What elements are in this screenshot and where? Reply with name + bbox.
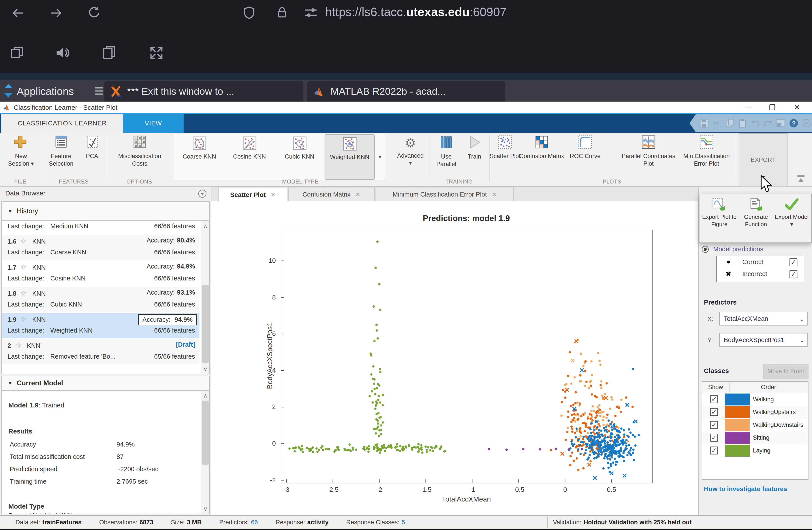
tab-view[interactable]: VIEW [123,114,184,133]
copy-pages-icon[interactable] [102,45,116,60]
window-tab-exit[interactable]: *** Exit this window to ... [104,81,303,101]
close-tab-icon[interactable]: ✕ [492,191,497,198]
history-item-1.6[interactable]: 1.6☆KNNAccuracy:90.4%Last change:Coarse … [2,235,200,260]
favorite-star-icon: ☆ [20,237,27,245]
x-tick-label: -1 [469,486,475,493]
tab-scatter-plot[interactable]: Scatter Plot✕ [218,187,287,202]
scrollbar-thumb[interactable] [202,285,209,363]
history-scrollbar[interactable]: ∧ ∨ [201,221,209,374]
permissions-icon[interactable] [304,6,318,18]
tab-minimum-classification-error-plot[interactable]: Minimum Classification Error Plot✕ [376,187,514,201]
save-icon[interactable] [699,118,709,128]
model-type-cubic-knn[interactable]: Cubic KNN [275,134,324,180]
back-icon[interactable] [11,6,25,20]
model-type-label: Coarse KNN [179,153,219,160]
x-predictor-select[interactable]: TotalAccXMean⌄ [719,312,808,325]
advanced-button[interactable]: ⚙ Advanced ▼ [393,137,428,166]
clone-window-icon[interactable] [10,45,24,60]
export-model-button[interactable]: Export Model ▾ [774,197,809,228]
scroll-down-icon[interactable]: ∨ [201,366,209,373]
minimize-button[interactable]: — [740,101,757,113]
history-accuracy: Accuracy:94.9% [146,263,195,270]
accuracy-value: 90.4% [177,237,195,244]
close-tab-icon[interactable]: ✕ [271,191,276,198]
generate-function-button[interactable]: Generate Function [738,197,773,228]
use-parallel-button[interactable]: Use Parallel [433,135,460,168]
correct-checkbox[interactable]: ✓ [789,259,797,266]
window-tab-label: *** Exit this window to ... [127,86,234,97]
correct-marker-icon: ● [726,258,730,265]
history-item-1.7[interactable]: 1.7☆KNNAccuracy:94.9%Last change:Cosine … [2,261,200,286]
how-to-investigate-features-link[interactable]: How to investigate features [704,485,787,493]
class-show-checkbox[interactable]: ✓ [710,421,718,429]
history-section-header[interactable]: ▼ History [1,201,209,221]
collapse-ribbon-icon[interactable] [796,175,806,185]
class-show-checkbox[interactable]: ✓ [710,408,718,416]
misclassification-costs-icon: ○✕✕ ✕○✕ ✕✕○ [133,135,147,149]
model-type-cosine-knn[interactable]: Cosine KNN [224,134,275,180]
roc-curve-button[interactable]: ROC Curve [556,135,614,160]
close-button[interactable]: ✕ [788,101,806,113]
history-item-1.5[interactable]: 1.5☆KNNAccuracy:94.4%Last change:Medium … [2,221,200,234]
result-value: 87 [116,453,124,460]
scroll-up-icon[interactable]: ∧ [201,392,209,399]
parallel-coordinates-plot-button[interactable]: Parallel Coordinates Plot [620,135,677,167]
feature-selection-button[interactable]: Feature Selection [46,135,76,167]
current-model-scrollbar[interactable]: ∧ ∨ [201,391,209,514]
tab-classification-learner[interactable]: CLASSIFICATION LEARNER [1,114,123,133]
export-plot-to-figure-button[interactable]: Export Plot to Figure [702,197,737,228]
y-predictor-select[interactable]: BodyAccXSpectPos1⌄ [719,333,808,347]
layout-icon[interactable] [776,118,786,128]
model-type-coarse-knn[interactable]: Coarse KNN [174,134,224,180]
help-icon[interactable]: ? [789,118,799,128]
last-change-label: Last change: [8,223,44,230]
min-classification-error-plot-button[interactable]: Min Classification Error Plot [678,135,735,167]
status-divider [547,517,548,528]
paste-icon[interactable] [738,118,748,128]
class-label: WalkingDownstairs [753,421,803,429]
status-link[interactable]: 5 [402,519,405,526]
maximize-button[interactable]: ❐ [764,101,781,113]
class-show-checkbox[interactable]: ✓ [710,434,718,442]
history-list-box: 1.5☆KNNAccuracy:94.4%Last change:Medium … [1,221,209,374]
new-session-button[interactable]: New Session ▾ [4,135,38,167]
incorrect-checkbox[interactable]: ✓ [789,270,797,278]
scrollbar-thumb[interactable] [202,401,209,465]
redo-icon[interactable] [763,118,773,128]
misclassification-costs-button[interactable]: ○✕✕ ✕○✕ ✕✕○ Misclassification Costs [112,135,168,167]
fullscreen-icon[interactable] [149,45,164,60]
forward-icon[interactable] [49,6,63,20]
workspace-switcher-icon[interactable] [2,83,15,98]
applications-menu[interactable]: Applications [17,85,74,97]
history-item-1.9[interactable]: 1.9☆KNNAccuracy: 94.9%Last change:Weight… [2,313,200,338]
undo-icon[interactable] [751,118,760,128]
scroll-down-icon[interactable]: ∨ [201,505,209,512]
model-predictions-radio[interactable]: Model predictions [702,246,763,253]
current-model-section-header[interactable]: ▼ Current Model [1,376,209,390]
class-show-checkbox[interactable]: ✓ [710,395,718,403]
gallery-dropdown-arrow[interactable]: ▼ [375,134,385,180]
copy-icon[interactable] [725,118,735,128]
close-tab-icon[interactable]: ✕ [355,191,360,198]
panel-menu-icon[interactable] [198,189,207,198]
class-color-swatch [725,432,750,444]
model-type-weighted-knn[interactable]: Weighted KNN [324,134,375,180]
history-item-1.8[interactable]: 1.8☆KNNAccuracy:93.1%Last change:Cubic K… [2,287,200,312]
tab-confusion-matrix[interactable]: Confusion Matrix✕ [288,187,375,201]
speaker-icon[interactable] [55,45,70,60]
pca-button[interactable]: PCA [79,135,105,160]
cut-icon[interactable]: ✂ [712,118,722,128]
status-link[interactable]: 66 [251,519,258,526]
url-bar[interactable]: https://ls6.tacc.utexas.edu:60907 [325,5,507,19]
lock-icon[interactable] [275,5,289,19]
shield-icon[interactable] [242,5,256,20]
accuracy-tooltip: Accuracy: 94.9% [138,314,197,325]
window-tab-matlab[interactable]: MATLAB R2022b - acad... [307,81,505,101]
class-show-checkbox[interactable]: ✓ [710,447,718,455]
history-item-2[interactable]: 2☆KNN[Draft]Last change:Removed feature … [2,339,200,364]
radio-icon [702,246,709,253]
scroll-up-icon[interactable]: ∧ [201,223,209,229]
toolbar-options-icon[interactable] [802,118,811,128]
move-to-front-button[interactable]: Move to Front [763,364,809,378]
reload-icon[interactable] [87,5,102,20]
